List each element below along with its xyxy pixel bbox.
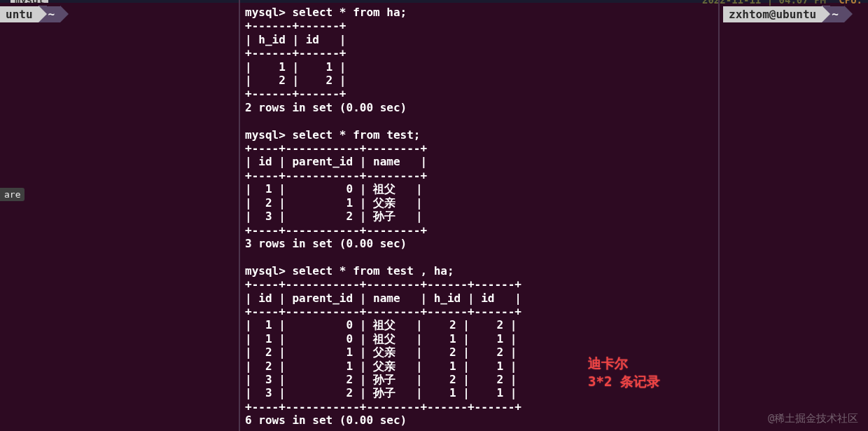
watermark: @稀土掘金技术社区: [768, 412, 858, 425]
status-cpu: CPU:: [839, 0, 862, 6]
powerline-arrow-icon: [38, 6, 47, 22]
right-pane-prompt: zxhtom@ubuntu ~: [723, 6, 853, 22]
powerline-arrow-icon: [60, 6, 69, 22]
annotation-line1: 迪卡尔: [588, 354, 660, 372]
status-datetime: 2022-11-11 | 04:07 PM: [702, 0, 826, 6]
left-host-segment: untu: [0, 6, 38, 22]
terminal-output[interactable]: mysql> select * from ha; +------+------+…: [245, 6, 522, 427]
side-tab-are[interactable]: are: [0, 188, 24, 201]
annotation-line2: 3*2 条记录: [588, 372, 660, 390]
annotation-cartesian: 迪卡尔 3*2 条记录: [588, 354, 660, 390]
pane-separator-left[interactable]: [239, 0, 240, 431]
powerline-arrow-icon: [822, 6, 830, 22]
pane-separator-right[interactable]: [718, 0, 720, 431]
left-pane-prompt: untu ~: [0, 6, 69, 22]
tab-title-mysql[interactable]: mysql: [10, 0, 48, 3]
right-path-segment: ~: [830, 6, 844, 22]
right-host-segment: zxhtom@ubuntu: [723, 6, 822, 22]
left-path-segment: ~: [47, 6, 61, 22]
powerline-arrow-icon: [844, 6, 853, 22]
